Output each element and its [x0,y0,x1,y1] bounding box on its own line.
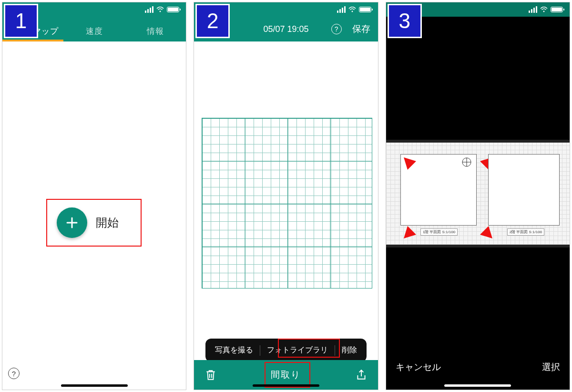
popup-delete[interactable]: 削除 [335,343,364,357]
home-indicator[interactable] [253,384,319,387]
battery-icon [167,7,179,12]
battery-icon [551,7,563,12]
floorplan-left [400,154,477,226]
floorplan-caption-right: 2階 平面図 S:1/100 [507,228,544,236]
cellular-signal-icon [529,6,537,13]
floorplan-right [488,154,560,226]
cellular-signal-icon [145,6,153,13]
svg-marker-5 [404,157,416,170]
screen2-body: 写真を撮る フォトライブラリ 削除 間取り [194,41,378,390]
phone-screen-1: 1 ヒートマップ 速度 情報 開始 ? [2,2,186,390]
popup-photo-library[interactable]: フォトライブラリ [260,343,335,357]
home-indicator[interactable] [444,384,511,387]
wifi-icon [540,7,548,12]
select-button[interactable]: 選択 [542,361,560,373]
home-indicator[interactable] [61,384,128,387]
help-button[interactable]: ? [8,368,20,379]
tab-info[interactable]: 情報 [125,26,186,41]
photo-slot-bottom[interactable] [386,248,570,333]
arrow-icon [404,157,420,175]
svg-point-0 [160,11,161,12]
trash-icon[interactable] [204,369,217,381]
share-icon[interactable] [355,369,368,381]
battery-icon [359,7,371,12]
floorplan-thumbnail: 1階 平面図 S:1/100 2階 平面図 S:1/100 [386,143,570,245]
phone-screen-3: 3 1階 平面図 S:1/100 2階 平面図 S:1/100 [386,2,570,390]
popup-take-photo[interactable]: 写真を撮る [208,343,260,357]
photo-slot-top[interactable] [386,38,570,140]
compass-icon [461,156,472,168]
svg-marker-8 [480,226,492,238]
svg-marker-7 [404,226,416,238]
step-badge-1: 1 [4,4,38,38]
cellular-signal-icon [337,6,346,13]
floorplan-popup-menu: 写真を撮る フォトライブラリ 削除 [205,339,367,362]
svg-point-4 [543,11,545,12]
floorplan-caption-left: 1階 平面図 S:1/100 [420,228,458,236]
step-badge-3: 3 [388,4,422,38]
screen3-body: 1階 平面図 S:1/100 2階 平面図 S:1/100 キャンセル 選択 [386,17,570,390]
svg-point-3 [351,11,353,12]
arrow-icon [404,220,420,238]
plus-icon [57,207,87,238]
photo-slot-floorplan[interactable]: 1階 平面図 S:1/100 2階 平面図 S:1/100 [386,143,570,245]
tab-speed[interactable]: 速度 [63,26,124,41]
screen1-body: 開始 ? [2,41,186,390]
cancel-button[interactable]: キャンセル [396,361,441,373]
wifi-icon [156,7,164,12]
header-timestamp: 05/07 19:05 [263,24,308,34]
start-button[interactable]: 開始 [46,199,142,247]
step-badge-2: 2 [195,4,230,38]
help-button[interactable]: ? [331,24,342,34]
floorplan-button[interactable]: 間取り [271,369,301,381]
measurement-grid[interactable] [202,118,372,289]
start-label: 開始 [96,215,119,230]
phone-screen-2: 2 05/07 19:05 ? 保存 写真を撮る フォトライブラリ 削除 [194,2,378,390]
save-button[interactable]: 保存 [352,23,370,35]
wifi-icon [348,7,356,12]
